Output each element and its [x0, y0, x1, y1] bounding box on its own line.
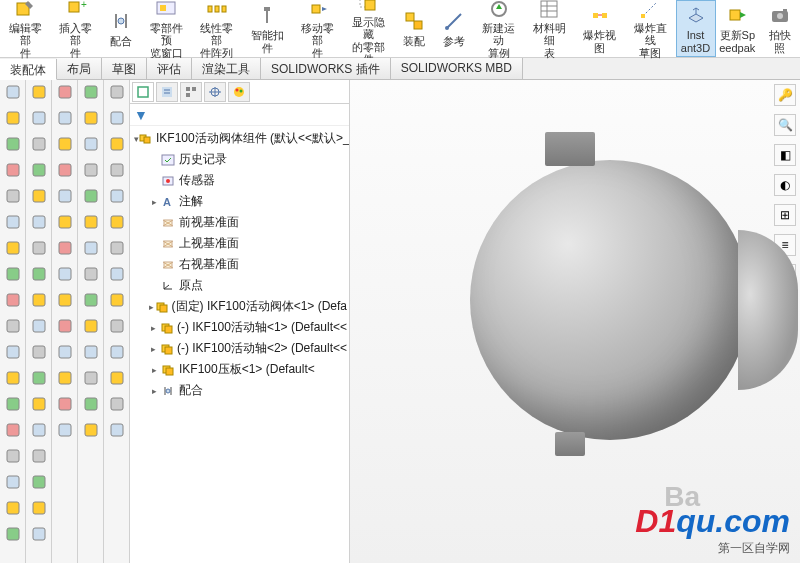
ribbon-explode[interactable]: 爆炸视图: [575, 0, 626, 57]
tool-icon[interactable]: [29, 498, 49, 518]
cube-icon[interactable]: ◧: [774, 144, 796, 166]
ribbon-snapshot[interactable]: 拍快照: [759, 0, 800, 57]
tool-icon[interactable]: [81, 186, 101, 206]
tool-icon[interactable]: [29, 472, 49, 492]
tool-icon[interactable]: [81, 420, 101, 440]
tool-icon[interactable]: [55, 238, 75, 258]
settings-icon[interactable]: ⊞: [774, 204, 796, 226]
tool-icon[interactable]: [81, 238, 101, 258]
ribbon-move[interactable]: 移动零部件: [293, 0, 344, 57]
tab-布局[interactable]: 布局: [57, 58, 102, 79]
tool-icon[interactable]: [107, 238, 127, 258]
search-icon[interactable]: 🔍: [774, 114, 796, 136]
ribbon-linear-pattern[interactable]: 线性零部件阵列: [192, 0, 243, 57]
3d-model[interactable]: [470, 160, 750, 440]
tool-icon[interactable]: [55, 82, 75, 102]
tool-icon[interactable]: [107, 82, 127, 102]
ribbon-instant3d[interactable]: Instant3D: [676, 0, 716, 57]
ribbon-preview[interactable]: 零部件预览窗口: [141, 0, 192, 57]
tool-icon[interactable]: [55, 186, 75, 206]
tool-icon[interactable]: [3, 316, 23, 336]
ribbon-motion[interactable]: 新建运动算例: [474, 0, 525, 57]
tool-icon[interactable]: [81, 342, 101, 362]
tool-icon[interactable]: [55, 342, 75, 362]
tool-icon[interactable]: [55, 134, 75, 154]
tree-item[interactable]: 原点: [130, 275, 349, 296]
tool-icon[interactable]: [55, 368, 75, 388]
expand-icon[interactable]: ▸: [148, 302, 155, 312]
tool-icon[interactable]: [81, 108, 101, 128]
tool-icon[interactable]: [29, 108, 49, 128]
tool-icon[interactable]: [81, 290, 101, 310]
tool-icon[interactable]: [81, 264, 101, 284]
tool-icon[interactable]: [81, 368, 101, 388]
tool-icon[interactable]: [29, 212, 49, 232]
tool-icon[interactable]: [107, 342, 127, 362]
tool-icon[interactable]: [107, 420, 127, 440]
tool-icon[interactable]: [107, 394, 127, 414]
tool-icon[interactable]: [29, 394, 49, 414]
tool-icon[interactable]: [29, 524, 49, 544]
tool-icon[interactable]: [29, 420, 49, 440]
tool-icon[interactable]: [107, 108, 127, 128]
tool-icon[interactable]: [107, 290, 127, 310]
tool-icon[interactable]: [81, 316, 101, 336]
tab-SOLIDWORKS 插件[interactable]: SOLIDWORKS 插件: [261, 58, 391, 79]
tree-tab-icon[interactable]: [132, 82, 154, 102]
tool-icon[interactable]: [29, 368, 49, 388]
tool-icon[interactable]: [55, 108, 75, 128]
tool-icon[interactable]: [107, 264, 127, 284]
tab-渲染工具[interactable]: 渲染工具: [192, 58, 261, 79]
tool-icon[interactable]: [107, 316, 127, 336]
tab-草图[interactable]: 草图: [102, 58, 147, 79]
tool-icon[interactable]: [29, 290, 49, 310]
appearance-tab-icon[interactable]: [228, 82, 250, 102]
tool-icon[interactable]: [29, 238, 49, 258]
tool-icon[interactable]: [29, 342, 49, 362]
tool-icon[interactable]: [81, 82, 101, 102]
key-icon[interactable]: 🔑: [774, 84, 796, 106]
tool-icon[interactable]: [3, 264, 23, 284]
tool-icon[interactable]: [29, 160, 49, 180]
tool-icon[interactable]: [3, 446, 23, 466]
tab-SOLIDWORKS MBD[interactable]: SOLIDWORKS MBD: [391, 58, 523, 79]
tool-icon[interactable]: [29, 316, 49, 336]
3d-viewport[interactable]: 🔑 🔍 ◧ ◐ ⊞ ≡ ▭ Ba D1qu.com 第一区自学网: [350, 80, 800, 563]
tool-icon[interactable]: [81, 134, 101, 154]
tool-icon[interactable]: [55, 160, 75, 180]
tool-icon[interactable]: [3, 368, 23, 388]
tool-icon[interactable]: [107, 134, 127, 154]
tab-装配体[interactable]: 装配体: [0, 59, 57, 80]
tool-icon[interactable]: [29, 186, 49, 206]
tree-item[interactable]: 前视基准面: [130, 212, 349, 233]
tool-icon[interactable]: [3, 498, 23, 518]
tool-icon[interactable]: [55, 420, 75, 440]
tool-icon[interactable]: [29, 264, 49, 284]
tool-icon[interactable]: [107, 186, 127, 206]
color-icon[interactable]: ◐: [774, 174, 796, 196]
tool-icon[interactable]: [81, 160, 101, 180]
ribbon-reference[interactable]: 参考: [434, 0, 474, 57]
tool-icon[interactable]: [81, 394, 101, 414]
tool-icon[interactable]: [3, 160, 23, 180]
tree-item[interactable]: 右视基准面: [130, 254, 349, 275]
expand-icon[interactable]: ▸: [148, 344, 159, 354]
ribbon-bom[interactable]: 材料明细表: [524, 0, 575, 57]
config-tab-icon[interactable]: [180, 82, 202, 102]
tree-item[interactable]: ▸(固定) IKF100活动阀体<1> (Defa: [130, 296, 349, 317]
tool-icon[interactable]: [29, 82, 49, 102]
property-tab-icon[interactable]: [156, 82, 178, 102]
tool-icon[interactable]: [55, 264, 75, 284]
tool-icon[interactable]: [3, 108, 23, 128]
tool-icon[interactable]: [3, 420, 23, 440]
tab-评估[interactable]: 评估: [147, 58, 192, 79]
tool-icon[interactable]: [3, 212, 23, 232]
tree-item[interactable]: ▸IKF100压板<1> (Default<: [130, 359, 349, 380]
tree-root-item[interactable]: ▾ IKF100活动阀体组件 (默认<<默认>_: [130, 128, 349, 149]
tool-icon[interactable]: [107, 160, 127, 180]
tool-icon[interactable]: [55, 212, 75, 232]
tree-item[interactable]: ▸配合: [130, 380, 349, 401]
tree-item[interactable]: ▸A注解: [130, 191, 349, 212]
tree-item[interactable]: 传感器: [130, 170, 349, 191]
tree-item[interactable]: ▸(-) IKF100活动轴<1> (Default<<: [130, 317, 349, 338]
